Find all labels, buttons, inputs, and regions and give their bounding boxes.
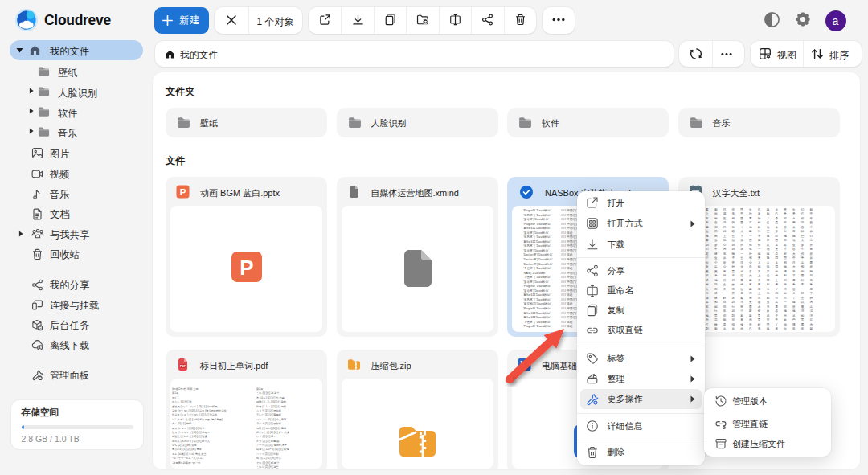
svg-text:PDF: PDF — [180, 365, 186, 368]
svg-text:P: P — [180, 187, 186, 197]
svg-text:P: P — [240, 256, 253, 280]
svg-text:W: W — [521, 359, 529, 369]
